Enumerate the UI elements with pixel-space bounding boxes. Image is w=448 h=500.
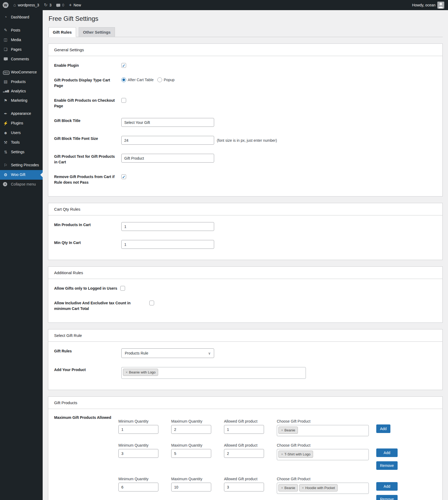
add-your-product-input[interactable]: × Beanie with Logo xyxy=(121,367,306,379)
sidebar-item-label: Dashboard xyxy=(11,15,29,19)
logged-in-users-label: Allow Gifts only to Logged in Users xyxy=(54,286,117,291)
remove-tag-icon[interactable]: × xyxy=(281,486,283,490)
sidebar-item-label: Comments xyxy=(11,57,29,61)
remove-tag-icon[interactable]: × xyxy=(281,428,283,432)
sidebar-item-setting-pincodes[interactable]: ⚐ Setting Pincodes xyxy=(0,160,43,170)
sidebar-item-dashboard[interactable]: ◔ Dashboard xyxy=(0,12,43,22)
product-tag[interactable]: × Beanie with Logo xyxy=(123,369,158,376)
min-qty-input[interactable] xyxy=(121,240,214,249)
remove-rule-button[interactable]: Remove xyxy=(376,495,398,500)
settings-icon: ⇅ xyxy=(3,150,8,155)
sidebar-item-products[interactable]: ▤ Products xyxy=(0,77,43,86)
section-title: Cart Qty Rules xyxy=(48,203,442,215)
add-rule-button[interactable]: Add xyxy=(376,482,398,491)
product-tag[interactable]: × Hoodie with Pocket xyxy=(299,484,338,491)
gift-rules-label: Gift Rules xyxy=(54,348,115,354)
sidebar-item-posts[interactable]: ✎ Posts xyxy=(0,25,43,35)
add-rule-button[interactable]: Add xyxy=(376,424,390,433)
tax-count-checkbox[interactable] xyxy=(149,301,154,305)
comments-link[interactable]: 0 xyxy=(56,3,64,7)
sidebar-item-analytics[interactable]: ▂▅▇ Analytics xyxy=(0,86,43,96)
remove-gifts-checkbox[interactable] xyxy=(121,174,126,179)
howdy-label: Howdy, ocean xyxy=(412,3,435,7)
gift-rules-select[interactable]: Products Rule ∨ xyxy=(121,348,214,358)
max-quantity-label: Maximum Quantity xyxy=(171,443,211,447)
choose-gift-product-input[interactable]: × Beanie xyxy=(277,425,369,436)
allowed-gift-product-input[interactable] xyxy=(224,483,264,491)
collapse-menu-button[interactable]: ◄ Collapse menu xyxy=(0,180,43,189)
popup-label: Popup xyxy=(164,78,174,82)
max-quantity-input[interactable] xyxy=(171,425,211,434)
choose-gift-product-input[interactable]: × Beanie × Hoodie with Pocket xyxy=(277,483,369,494)
font-size-label: Gift Block Title Font Size xyxy=(54,136,115,141)
section-title: General Settings xyxy=(48,44,442,56)
popup-radio[interactable] xyxy=(157,77,162,82)
min-quantity-label: Minimum Quantity xyxy=(118,477,158,481)
after-cart-table-radio[interactable] xyxy=(121,77,126,82)
gift-block-title-input[interactable] xyxy=(121,118,214,127)
tab-other-settings[interactable]: Other Settings xyxy=(79,27,115,37)
choose-gift-product-input[interactable]: × T-Shirt with Logo xyxy=(277,449,369,460)
account-menu[interactable]: Howdy, ocean xyxy=(412,2,444,9)
updates-link[interactable]: ↻ 3 xyxy=(44,3,51,7)
remove-tag-icon[interactable]: × xyxy=(281,452,283,456)
min-products-input[interactable] xyxy=(121,222,214,231)
sidebar-item-tools[interactable]: ⚒ Tools xyxy=(0,138,43,147)
gift-rule-row-2: Minimum Quantity Maximum Quantity Allowe… xyxy=(118,443,437,470)
max-quantity-input[interactable] xyxy=(171,449,211,458)
max-quantity-input[interactable] xyxy=(171,483,211,491)
sidebar-item-settings[interactable]: ⇅ Settings xyxy=(0,147,43,157)
sidebar-item-plugins[interactable]: ⚡ Plugins xyxy=(0,119,43,128)
checkout-page-label: Enable Gift Products on Checkout Page xyxy=(54,98,115,109)
add-rule-button[interactable]: Add xyxy=(376,448,398,457)
tab-gift-rules[interactable]: Gift Rules xyxy=(49,27,76,37)
product-tag[interactable]: × T-Shirt with Logo xyxy=(278,451,313,458)
min-products-label: Min Products In Cart xyxy=(54,222,115,228)
enable-plugin-checkbox[interactable] xyxy=(121,63,126,68)
logged-in-users-checkbox[interactable] xyxy=(120,286,125,291)
sidebar-item-woocommerce[interactable]: Woo WooCommerce xyxy=(0,67,43,77)
site-name-link[interactable]: ⌂ wordpress_3 xyxy=(13,3,39,7)
font-size-input[interactable] xyxy=(121,136,214,145)
remove-tag-icon[interactable]: × xyxy=(126,370,128,374)
checkout-page-row: Enable Gift Products on Checkout Page xyxy=(54,93,437,113)
sidebar-item-woo-gift[interactable]: ⚙ Woo Gift xyxy=(0,170,43,180)
sidebar-item-comments[interactable]: Comments xyxy=(0,54,43,64)
sidebar-item-users[interactable]: ☻ Users xyxy=(0,128,43,138)
sidebar-item-media[interactable]: ◫ Media xyxy=(0,35,43,45)
section-cart-qty-rules: Cart Qty Rules Min Products In Cart Min … xyxy=(48,203,443,260)
sidebar-item-label: Products xyxy=(11,80,26,84)
allowed-gift-product-input[interactable] xyxy=(224,449,264,458)
min-quantity-input[interactable] xyxy=(118,425,158,434)
sidebar-item-label: WooCommerce xyxy=(11,70,37,74)
posts-icon: ✎ xyxy=(3,28,8,33)
users-icon: ☻ xyxy=(3,131,8,135)
plus-icon: + xyxy=(69,2,72,8)
sidebar-item-marketing[interactable]: ⚑ Marketing xyxy=(0,96,43,105)
min-quantity-input[interactable] xyxy=(118,449,158,458)
remove-rule-button[interactable]: Remove xyxy=(376,461,398,470)
sidebar-item-pages[interactable]: ❏ Pages xyxy=(0,45,43,54)
sidebar-item-appearance[interactable]: ✒ Appearance xyxy=(0,109,43,119)
display-type-label: Gift Products Display Type Cart Page xyxy=(54,77,115,89)
wordpress-logo-icon[interactable]: W xyxy=(3,2,9,8)
gift-rules-row: Gift Rules Products Rule ∨ xyxy=(54,344,437,363)
home-icon: ⌂ xyxy=(13,3,16,7)
new-label: New xyxy=(74,3,81,7)
allowed-gift-product-input[interactable] xyxy=(224,425,264,434)
product-tag[interactable]: × Beanie xyxy=(278,484,298,491)
gift-text-label: Gift Product Text for Gift Products in C… xyxy=(54,154,115,165)
product-tag[interactable]: × Beanie xyxy=(278,427,298,434)
pages-icon: ❏ xyxy=(3,47,8,52)
new-content-link[interactable]: + New xyxy=(69,2,81,8)
sidebar-item-label: Users xyxy=(11,131,21,135)
sidebar-item-label: Marketing xyxy=(11,98,27,103)
min-quantity-input[interactable] xyxy=(118,483,158,491)
logged-in-users-row: Allow Gifts only to Logged in Users xyxy=(54,281,437,296)
add-your-product-label: Add Your Product xyxy=(54,367,115,373)
gift-text-input[interactable] xyxy=(121,154,214,163)
sidebar-item-label: Posts xyxy=(11,28,20,33)
checkout-page-checkbox[interactable] xyxy=(121,98,126,103)
page-title: Free Gift Settings xyxy=(48,10,443,23)
remove-tag-icon[interactable]: × xyxy=(302,486,304,490)
